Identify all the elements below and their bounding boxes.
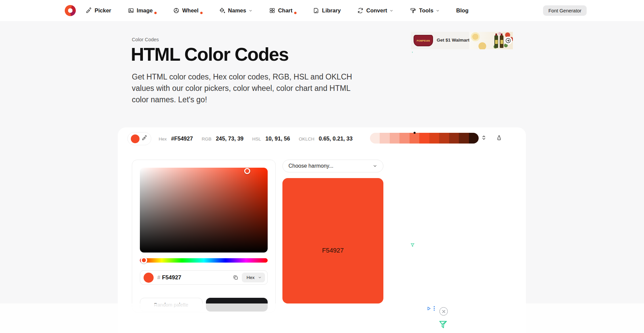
- eyedropper-icon: [86, 7, 92, 14]
- shade-segment[interactable]: [399, 133, 409, 144]
- page-description: Get HTML color codes, Hex color codes, R…: [132, 71, 357, 105]
- oklch-value: 0.65, 0.21, 33: [319, 135, 353, 142]
- current-color-swatch: [144, 273, 154, 283]
- freestar-logo-icon[interactable]: [438, 320, 448, 331]
- hex-value: #F54927: [171, 135, 193, 142]
- expand-updown-icon[interactable]: [481, 135, 487, 142]
- breadcrumb[interactable]: Color Codes: [132, 37, 159, 42]
- font-generator-button[interactable]: Font Generator: [543, 5, 587, 16]
- olive-oil-bottle: [494, 35, 498, 48]
- color-picker-panel: # Hex Random palette: [132, 160, 276, 313]
- paint-bucket-icon: [219, 7, 225, 14]
- nav-label: Library: [322, 7, 341, 14]
- nav-items: Picker Image Wheel Names Chart Library: [86, 0, 469, 21]
- nav-label: Names: [228, 7, 246, 14]
- format-select[interactable]: Hex: [242, 273, 265, 282]
- shade-segment[interactable]: [469, 133, 479, 144]
- hue-handle[interactable]: [141, 257, 147, 264]
- ad-brand-text: POMPEIAN: [417, 40, 430, 42]
- hsl-readout[interactable]: HSL 10, 91, 56: [252, 135, 290, 142]
- ad-overlay: [0, 303, 644, 333]
- nav-label: Convert: [366, 7, 387, 14]
- swatch-hex-label: F54927: [322, 247, 343, 254]
- nav-label: Tools: [419, 7, 433, 14]
- hex-input-row: # Hex: [140, 270, 268, 285]
- nav-item-blog[interactable]: Blog: [456, 7, 469, 14]
- nav-label: Blog: [456, 7, 469, 14]
- image-icon: [128, 7, 134, 14]
- rgb-value: 245, 73, 39: [216, 135, 244, 142]
- new-badge-dot: [154, 12, 157, 14]
- eyedropper-pill[interactable]: [127, 132, 151, 145]
- close-ad-icon[interactable]: [439, 307, 448, 316]
- shade-segment[interactable]: [449, 133, 459, 144]
- shade-segment[interactable]: [370, 133, 380, 144]
- nav-item-convert[interactable]: Convert: [357, 7, 393, 14]
- hex-label: Hex: [159, 136, 167, 142]
- hsl-label: HSL: [252, 136, 261, 142]
- shade-segment[interactable]: [459, 133, 469, 144]
- harmony-select[interactable]: Choose harmony...: [282, 160, 383, 172]
- shade-segment[interactable]: [429, 133, 439, 144]
- color-readout: Hex #F54927 RGB 245, 73, 39 HSL 10, 91, …: [159, 132, 353, 145]
- hue-slider[interactable]: [140, 258, 268, 263]
- ad-arrow-right-icon[interactable]: [504, 37, 512, 45]
- wheel-icon: [173, 7, 179, 14]
- shade-segment[interactable]: [380, 133, 389, 144]
- nav-item-image[interactable]: Image: [128, 7, 157, 14]
- chevron-down-icon: [436, 9, 440, 13]
- saturation-area[interactable]: [140, 168, 268, 253]
- hsl-value: 10, 91, 56: [265, 135, 290, 142]
- rgb-readout[interactable]: RGB 245, 73, 39: [202, 135, 244, 142]
- oklch-readout[interactable]: OKLCH 0.65, 0.21, 33: [299, 135, 353, 142]
- share-icon[interactable]: [496, 135, 502, 142]
- nav-item-library[interactable]: Library: [313, 7, 341, 14]
- nav-label: Chart: [278, 7, 292, 14]
- page-title: HTML Color Codes: [131, 44, 288, 65]
- freestar-mini-icon: [410, 243, 415, 249]
- nav-item-wheel[interactable]: Wheel: [173, 7, 203, 14]
- oklch-label: OKLCH: [299, 136, 315, 142]
- grid-icon: [269, 7, 275, 14]
- selected-shade-dot: [414, 132, 416, 134]
- eyedropper-icon[interactable]: [142, 135, 147, 142]
- ad-banner[interactable]: POMPEIAN Get $1 Walmart Cash: [411, 32, 513, 49]
- nav-label: Wheel: [182, 7, 199, 14]
- ad-marker: ,: [412, 50, 413, 53]
- chevron-down-icon: [389, 9, 393, 13]
- copy-icon[interactable]: [233, 275, 238, 280]
- hex-input[interactable]: [162, 274, 233, 281]
- format-selected-value: Hex: [247, 275, 255, 280]
- convert-cycle-icon: [357, 7, 364, 14]
- site-logo[interactable]: [65, 5, 76, 16]
- nav-item-picker[interactable]: Picker: [86, 7, 111, 14]
- picker-card: Hex #F54927 RGB 245, 73, 39 HSL 10, 91, …: [118, 127, 526, 333]
- nav-item-chart[interactable]: Chart: [269, 7, 297, 14]
- adchoices-icon[interactable]: [427, 306, 435, 311]
- shade-segment[interactable]: [390, 133, 399, 144]
- swatch-book-icon: [313, 7, 319, 14]
- hex-readout[interactable]: Hex #F54927: [159, 135, 193, 142]
- chevron-down-icon: [249, 9, 253, 13]
- paint-roller-icon: [410, 7, 416, 14]
- nav-label: Picker: [95, 7, 111, 14]
- shade-segment[interactable]: [410, 133, 419, 144]
- color-swatch-large[interactable]: F54927: [282, 178, 383, 303]
- new-badge-dot: [294, 12, 297, 14]
- nav-item-tools[interactable]: Tools: [410, 7, 440, 14]
- nav-label: Image: [137, 7, 153, 14]
- ad-brand-logo: POMPEIAN: [414, 35, 433, 46]
- kebab-menu-icon: [433, 306, 435, 311]
- top-nav: Picker Image Wheel Names Chart Library: [0, 0, 644, 21]
- shade-segment[interactable]: [439, 133, 449, 144]
- hash-prefix: #: [157, 275, 160, 281]
- saturation-cursor[interactable]: [244, 168, 250, 174]
- shade-segment[interactable]: [419, 133, 429, 144]
- harmony-placeholder: Choose harmony...: [288, 163, 333, 169]
- nav-item-names[interactable]: Names: [219, 7, 253, 14]
- new-badge-dot: [200, 12, 203, 14]
- shade-palette-strip[interactable]: [370, 133, 479, 144]
- current-color-swatch: [131, 134, 140, 143]
- olive-oil-bottle: [500, 35, 503, 48]
- chevron-down-icon: [373, 164, 377, 168]
